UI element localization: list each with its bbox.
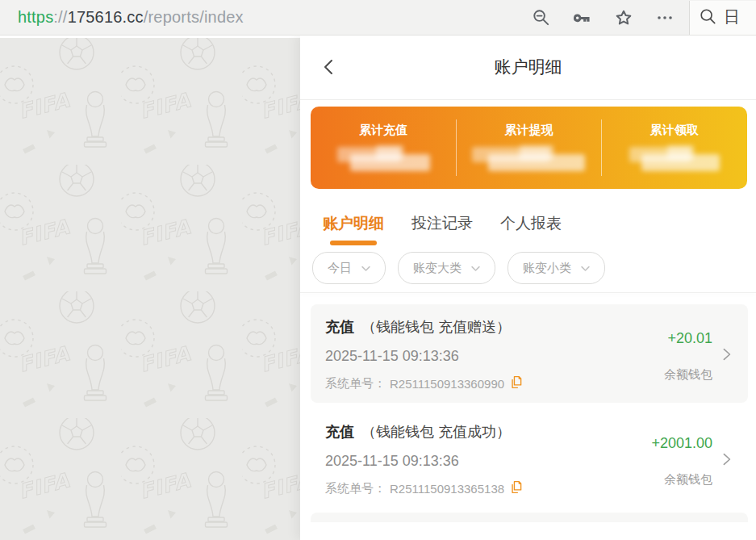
summary-label: 累计提现 — [456, 123, 601, 138]
order-number: R2511150913360990 — [390, 377, 504, 391]
star-icon[interactable] — [614, 8, 633, 27]
browser-toolbar: https://175616.cc/reports/index 日 — [0, 0, 756, 36]
summary-label: 累计领取 — [602, 123, 747, 138]
transaction-order-row: 系统单号：R2511150913365138 — [325, 480, 611, 496]
transaction-title: 充值（钱能钱包 充值成功） — [325, 422, 611, 442]
filter-minor-category-dropdown[interactable]: 账变小类 — [507, 252, 605, 284]
toolbar-icons — [532, 7, 689, 27]
redacted-value — [337, 145, 430, 171]
filter-label: 账变大类 — [413, 261, 462, 276]
tab-personal-report[interactable]: 个人报表 — [500, 213, 562, 245]
find-input-text: 日 — [724, 6, 740, 28]
transaction-datetime: 2025-11-15 09:13:36 — [325, 453, 611, 470]
find-in-page-box[interactable]: 日 — [689, 1, 756, 35]
transaction-row[interactable]: 充值（钱能钱包 充值赠送） 2025-11-15 09:13:36 系统单号：R… — [311, 304, 748, 403]
tab-bar: 账户明细 投注记录 个人报表 — [300, 213, 756, 245]
divider — [300, 292, 756, 293]
filter-label: 账变小类 — [523, 261, 571, 276]
key-icon[interactable] — [572, 7, 592, 27]
transaction-type: 充值 — [325, 319, 354, 335]
transaction-row[interactable]: 充值（钱能钱包 充值成功） 2025-11-15 09:13:36 系统单号：R… — [311, 409, 748, 508]
panel-header: 账户明细 — [300, 35, 756, 100]
filter-bar: 今日 账变大类 账变小类 — [300, 252, 756, 284]
copy-icon[interactable] — [510, 480, 522, 496]
transaction-amount: +2001.00 — [611, 435, 712, 452]
transaction-info: 充值（钱能钱包 充值成功） 2025-11-15 09:13:36 系统单号：R… — [325, 422, 611, 496]
order-label: 系统单号： — [325, 376, 386, 391]
summary-card: 累计充值 累计提现 累计领取 — [311, 107, 747, 189]
filter-label: 今日 — [328, 261, 352, 276]
summary-total-withdraw: 累计提现 — [456, 107, 601, 171]
filter-date-dropdown[interactable]: 今日 — [312, 252, 386, 284]
transaction-amount-col: +2001.00 余额钱包 — [611, 422, 712, 496]
screen: https://175616.cc/reports/index 日 — [0, 0, 756, 540]
tab-bet-records[interactable]: 投注记录 — [411, 213, 473, 245]
zoom-out-icon[interactable] — [532, 8, 550, 27]
chevron-down-icon — [579, 262, 591, 274]
transaction-info: 充值（钱能钱包 充值赠送） 2025-11-15 09:13:36 系统单号：R… — [325, 317, 611, 391]
chevron-right-icon[interactable] — [712, 422, 740, 496]
transaction-detail: （钱能钱包 充值成功） — [361, 424, 511, 440]
order-label: 系统单号： — [325, 481, 386, 496]
url-separator: :// — [53, 8, 67, 26]
more-icon[interactable] — [655, 8, 675, 27]
redacted-value — [472, 145, 585, 171]
chevron-right-icon[interactable] — [712, 317, 740, 391]
transaction-row-partial[interactable] — [311, 513, 748, 522]
url-path: /reports/index — [144, 8, 244, 26]
divider — [456, 119, 457, 176]
transaction-title: 充值（钱能钱包 充值赠送） — [325, 317, 611, 337]
back-button[interactable] — [320, 57, 339, 77]
address-bar[interactable]: https://175616.cc/reports/index — [18, 8, 244, 27]
transaction-wallet: 余额钱包 — [611, 367, 712, 383]
chevron-down-icon — [360, 262, 372, 274]
divider — [601, 119, 602, 176]
transaction-amount-col: +20.01 余额钱包 — [611, 317, 712, 391]
transaction-list: 充值（钱能钱包 充值赠送） 2025-11-15 09:13:36 系统单号：R… — [300, 304, 756, 522]
transaction-type: 充值 — [325, 424, 354, 440]
summary-total-deposit: 累计充值 — [311, 107, 456, 171]
page-title: 账户明细 — [495, 56, 562, 78]
filter-major-category-dropdown[interactable]: 账变大类 — [398, 252, 495, 284]
search-icon — [699, 7, 716, 28]
summary-label: 累计充值 — [311, 123, 456, 138]
transaction-order-row: 系统单号：R2511150913360990 — [325, 375, 611, 391]
summary-total-claim: 累计领取 — [602, 107, 747, 171]
redacted-value — [629, 145, 720, 171]
transaction-datetime: 2025-11-15 09:13:36 — [325, 348, 611, 365]
url-domain: 175616.cc — [68, 8, 144, 26]
copy-icon[interactable] — [510, 375, 522, 391]
transaction-amount: +20.01 — [611, 330, 712, 347]
order-number: R2511150913365138 — [390, 482, 504, 496]
transaction-detail: （钱能钱包 充值赠送） — [361, 319, 511, 335]
tab-account-detail[interactable]: 账户明细 — [323, 213, 384, 245]
transaction-wallet: 余额钱包 — [611, 472, 712, 488]
account-panel: 账户明细 累计充值 累计提现 累计领取 账户明细 投注记录 个人报表 — [300, 35, 756, 540]
chevron-down-icon — [470, 262, 482, 274]
url-scheme: https — [18, 8, 53, 26]
